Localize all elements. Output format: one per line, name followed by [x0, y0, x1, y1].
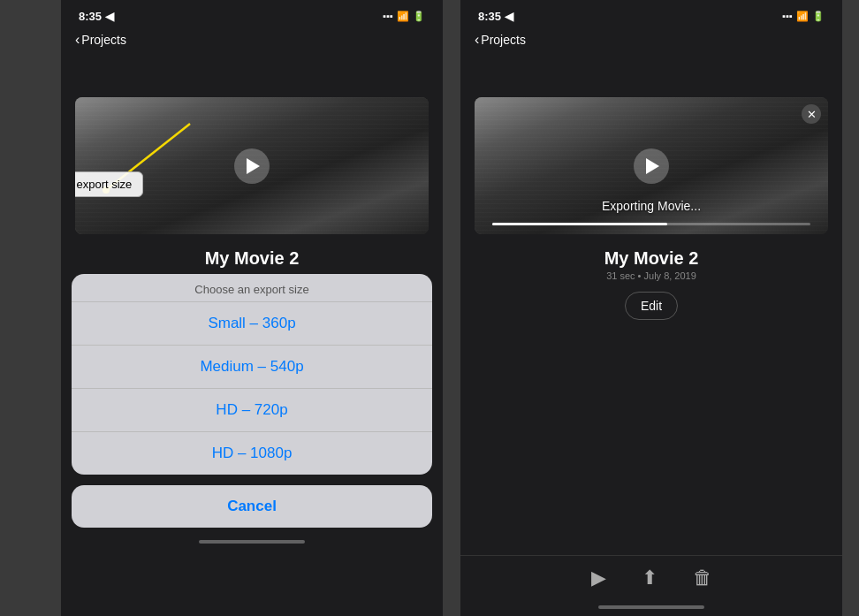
action-sheet-header: Choose an export size [72, 274, 432, 302]
movie-title-left: My Movie 2 [61, 248, 443, 269]
thumbnail-image-left [75, 97, 429, 234]
left-phone: 8:35 ◀ ▪▪▪ 📶 🔋 ‹ Projects [61, 0, 443, 616]
back-button-left[interactable]: ‹ Projects [75, 32, 126, 48]
export-hd1080[interactable]: HD – 1080p [72, 432, 432, 475]
share-toolbar-icon[interactable]: ⬆ [642, 567, 658, 589]
status-time-left: 8:35 ◀ [79, 10, 114, 23]
status-bar-right: 8:35 ◀ ▪▪▪ 📶 🔋 [460, 0, 842, 28]
action-sheet: Choose an export size Small – 360p Mediu… [72, 274, 432, 475]
play-button-right[interactable] [634, 148, 669, 184]
thumbnail-image-right: Exporting Movie... [475, 97, 828, 234]
home-indicator-right [598, 605, 704, 609]
nav-bar-left: ‹ Projects [61, 28, 443, 55]
play-button-left[interactable] [234, 148, 270, 184]
export-label: Exporting Movie... [602, 199, 701, 213]
time-display-right: 8:35 [478, 10, 501, 23]
battery-icon-right: 🔋 [812, 11, 825, 22]
nav-bar-right: ‹ Projects [460, 28, 842, 55]
status-icons-right: ▪▪▪ 📶 🔋 [782, 11, 825, 22]
status-icons-left: ▪▪▪ 📶 🔋 [383, 11, 425, 22]
back-arrow-left: ‹ [75, 32, 80, 48]
edit-button[interactable]: Edit [625, 292, 678, 320]
signal-icon-left: ▪▪▪ [383, 11, 393, 21]
home-indicator-left [199, 540, 305, 544]
cancel-button[interactable]: Cancel [72, 485, 432, 528]
wifi-icon-right: 📶 [796, 11, 809, 22]
spacer-right [460, 55, 842, 90]
back-arrow-right: ‹ [475, 32, 479, 48]
export-hd720[interactable]: HD – 720p [72, 389, 432, 432]
signal-icon-right: ▪▪▪ [782, 11, 793, 21]
back-title-left: Projects [81, 33, 126, 47]
play-triangle-right [646, 158, 659, 174]
movie-subtitle-right: 31 sec • July 8, 2019 [460, 270, 842, 281]
spacer-left [61, 55, 443, 90]
export-small[interactable]: Small – 360p [72, 302, 432, 346]
back-button-right[interactable]: ‹ Projects [475, 32, 526, 48]
movie-title-right: My Movie 2 [460, 248, 842, 269]
delete-toolbar-icon[interactable]: 🗑 [693, 567, 712, 589]
export-medium[interactable]: Medium – 540p [72, 346, 432, 389]
progress-bar-fill [492, 223, 667, 225]
flex-spacer-right [460, 338, 842, 555]
back-title-right: Projects [481, 33, 526, 47]
play-triangle-left [247, 158, 260, 174]
status-bar-left: 8:35 ◀ ▪▪▪ 📶 🔋 [61, 0, 443, 28]
video-thumbnail-right: Exporting Movie... ✕ [475, 97, 828, 234]
signal-direction-right: ◀ [505, 10, 513, 23]
time-display-left: 8:35 [79, 10, 102, 23]
battery-icon-left: 🔋 [413, 11, 425, 22]
right-phone: 8:35 ◀ ▪▪▪ 📶 🔋 ‹ Projects [460, 0, 842, 616]
progress-bar-wrap [492, 223, 810, 225]
phone-container: 8:35 ◀ ▪▪▪ 📶 🔋 ‹ Projects [0, 0, 859, 616]
close-button[interactable]: ✕ [802, 104, 821, 124]
wifi-icon-left: 📶 [397, 11, 409, 22]
status-time-right: 8:35 ◀ [478, 10, 513, 23]
bottom-toolbar-right: ▶ ⬆ 🗑 [460, 555, 842, 600]
signal-direction-left: ◀ [105, 10, 114, 23]
play-toolbar-icon[interactable]: ▶ [591, 567, 606, 589]
video-thumbnail-left: Choose an export size [75, 97, 429, 234]
